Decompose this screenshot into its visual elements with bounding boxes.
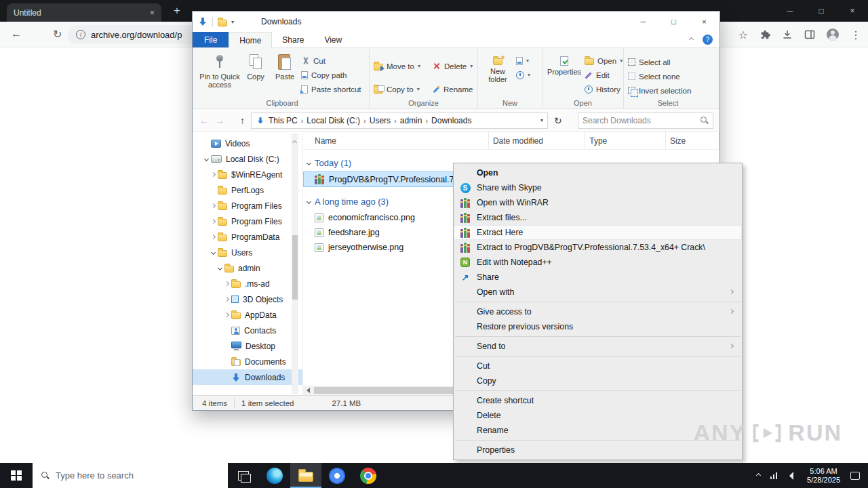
explorer-close-button[interactable]: × [689, 12, 719, 32]
sidebar-item-programdata[interactable]: ProgramData [193, 229, 302, 245]
task-view-button[interactable] [228, 463, 259, 488]
explorer-maximize-button[interactable]: □ [658, 12, 689, 32]
column-header-name[interactable]: Name [315, 132, 489, 149]
address-breadcrumb-bar[interactable]: This PC › Local Disk (C:) › Users › admi… [251, 113, 548, 129]
collapse-ribbon-icon[interactable] [689, 37, 694, 42]
copy-path-button[interactable]: Copy path [301, 68, 361, 81]
breadcrumb-local-disk[interactable]: Local Disk (C:) [307, 116, 360, 125]
nav-back-button[interactable]: ← [199, 115, 209, 126]
taskbar-edge[interactable] [259, 463, 290, 488]
group-collapse-icon[interactable] [307, 160, 311, 165]
bookmark-star-icon[interactable]: ☆ [738, 28, 748, 41]
sidebar-item-downloads[interactable]: Downloads [193, 369, 302, 385]
menu-item-open[interactable]: Open [454, 165, 742, 180]
menu-item-copy[interactable]: Copy [454, 373, 742, 388]
browser-menu-icon[interactable]: ⋮ [850, 28, 861, 41]
sidebar-item-winreagent[interactable]: $WinREAgent [193, 167, 302, 182]
explorer-search-input[interactable] [583, 116, 700, 125]
sidebar-item-ms-ad[interactable]: .ms-ad [193, 276, 302, 291]
menu-item-share-with-skype[interactable]: SShare with Skype [454, 180, 742, 195]
tab-view[interactable]: View [314, 32, 352, 47]
taskbar-clock[interactable]: 5:06 AM 5/28/2025 [807, 467, 840, 485]
taskbar-search[interactable] [33, 463, 228, 488]
column-header-date-modified[interactable]: Date modified [489, 132, 585, 149]
nav-up-button[interactable]: ↑ [240, 115, 245, 126]
breadcrumb-chevron[interactable]: › [301, 117, 304, 125]
sidebar-item-videos[interactable]: Videos [193, 136, 302, 151]
extensions-puzzle-icon[interactable] [760, 29, 770, 40]
menu-item-create-shortcut[interactable]: Create shortcut [454, 393, 742, 408]
tab-close-icon[interactable]: × [149, 7, 155, 18]
scrollbar-thumb[interactable] [292, 235, 298, 300]
network-icon[interactable] [770, 472, 778, 479]
paste-button[interactable]: Paste [271, 52, 298, 98]
select-all-button[interactable]: Select all [628, 56, 691, 68]
scroll-left-icon[interactable] [303, 388, 313, 393]
breadcrumb-this-pc[interactable]: This PC [269, 116, 298, 125]
rename-button[interactable]: Rename [432, 83, 481, 96]
breadcrumb-chevron[interactable]: › [394, 117, 397, 125]
browser-maximize-button[interactable]: □ [806, 0, 837, 22]
explorer-search[interactable] [578, 113, 713, 129]
browser-tab[interactable]: Untitled × [7, 3, 161, 22]
breadcrumb-chevron[interactable]: › [363, 117, 366, 125]
open-button[interactable]: Open▾ [585, 54, 623, 67]
sidebar-item-admin[interactable]: admin [193, 260, 302, 276]
tab-file[interactable]: File [193, 32, 229, 47]
sidebar-item-desktop[interactable]: Desktop [193, 338, 302, 354]
copy-to-button[interactable]: Copy to▾ [374, 83, 431, 96]
copy-button[interactable]: Copy [243, 52, 269, 98]
move-to-button[interactable]: Move to▾ [374, 60, 431, 73]
menu-item-open-with-winrar[interactable]: Open with WinRAR [454, 195, 742, 210]
action-center-icon[interactable] [850, 472, 860, 480]
menu-item-restore-previous-versions[interactable]: Restore previous versions [454, 319, 742, 334]
sidebar-item-documents[interactable]: Documents [193, 354, 302, 369]
start-button[interactable] [0, 463, 33, 488]
breadcrumb-chevron[interactable]: › [425, 117, 428, 125]
properties-button[interactable]: Properties [547, 52, 582, 98]
taskbar-file-explorer[interactable] [290, 463, 321, 488]
menu-item-extract-to-folder[interactable]: Extract to ProgDVB&ProgTV.Professional.7… [454, 240, 742, 255]
sidebar-scrollbar[interactable] [292, 134, 298, 394]
sidebar-item-contacts[interactable]: Contacts [193, 323, 302, 338]
address-dropdown-icon[interactable]: ▾ [540, 117, 543, 123]
menu-item-edit-with-notepadpp[interactable]: NEdit with Notepad++ [454, 255, 742, 270]
nav-forward-button[interactable]: → [215, 115, 224, 126]
tab-share[interactable]: Share [272, 32, 314, 47]
new-tab-button[interactable]: + [174, 4, 180, 18]
pin-to-quick-access-button[interactable]: Pin to Quick access [199, 52, 240, 98]
sidebar-item-local-disk-c[interactable]: Local Disk (C:) [193, 151, 302, 167]
sidebar-item-program-files[interactable]: Program Files [193, 198, 302, 214]
qat-folder-icon[interactable] [218, 20, 227, 26]
menu-item-give-access-to[interactable]: Give access to [454, 304, 742, 319]
paste-shortcut-button[interactable]: Paste shortcut [301, 83, 361, 96]
downloads-tray-icon[interactable] [782, 29, 793, 40]
sidebar-item-3d-objects[interactable]: 3D Objects [193, 291, 302, 307]
menu-item-open-with[interactable]: Open with [454, 285, 742, 300]
edit-button[interactable]: Edit [585, 68, 623, 81]
taskbar-chrome[interactable] [353, 463, 384, 488]
cut-button[interactable]: Cut [301, 54, 361, 67]
help-icon[interactable]: ? [703, 35, 713, 45]
delete-button[interactable]: Delete▾ [432, 60, 481, 73]
back-icon[interactable]: ← [11, 28, 22, 40]
new-folder-button[interactable]: New folder [482, 52, 513, 98]
group-collapse-icon[interactable] [307, 199, 311, 203]
profile-icon[interactable] [827, 28, 839, 41]
breadcrumb-downloads[interactable]: Downloads [431, 116, 471, 125]
browser-minimize-button[interactable]: ─ [774, 0, 806, 22]
history-button[interactable]: History [585, 83, 623, 96]
tab-home[interactable]: Home [229, 32, 272, 48]
menu-item-share[interactable]: ↗Share [454, 270, 742, 285]
easy-access-button[interactable]: ▾ [516, 68, 530, 81]
side-panel-icon[interactable] [804, 29, 815, 40]
reload-icon[interactable]: ↻ [53, 28, 62, 41]
menu-item-send-to[interactable]: Send to [454, 339, 742, 354]
new-item-button[interactable]: ▾ [516, 54, 530, 67]
taskbar-chromium[interactable] [321, 463, 353, 488]
sidebar-item-program-files-x86[interactable]: Program Files [193, 214, 302, 229]
menu-item-extract-files[interactable]: Extract files... [454, 210, 742, 225]
refresh-button[interactable]: ↻ [554, 115, 562, 126]
breadcrumb-users[interactable]: Users [370, 116, 391, 125]
volume-icon[interactable] [787, 472, 797, 480]
